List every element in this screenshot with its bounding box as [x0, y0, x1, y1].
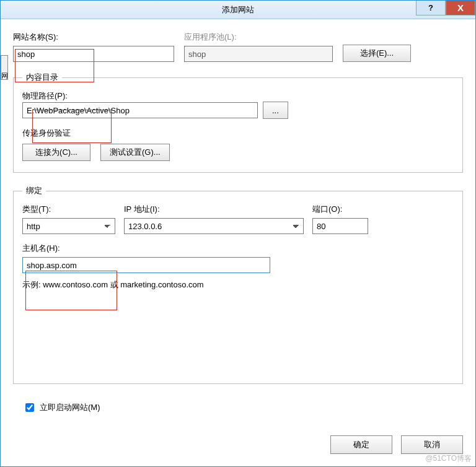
start-checkbox-label: 立即启动网站(M): [40, 402, 100, 413]
window-title: 添加网站: [222, 4, 254, 15]
name-pool-row: 网站名称(S): 应用程序池(L): 选择(E)...: [13, 32, 463, 62]
site-name-input[interactable]: [13, 46, 174, 62]
physical-path-label: 物理路径(P):: [22, 91, 68, 100]
physical-path-input[interactable]: [22, 102, 258, 118]
titlebar: 添加网站 ? X: [1, 1, 475, 19]
port-col: 端口(O):: [312, 204, 368, 234]
connect-as-button[interactable]: 连接为(C)...: [22, 144, 90, 161]
select-pool-button[interactable]: 选择(E)...: [343, 45, 411, 62]
start-checkbox[interactable]: [25, 403, 34, 412]
binding-fieldset: 绑定 类型(T): http IP 地址(I): 123.0.0.6 端口(O)…: [13, 185, 463, 384]
content-dir-legend: 内容目录: [22, 72, 62, 83]
ok-button[interactable]: 确定: [330, 435, 392, 454]
help-button[interactable]: ?: [416, 1, 446, 15]
type-col: 类型(T): http: [22, 204, 115, 234]
dialog-window: 添加网站 ? X 网 网站名称(S): 应用程序池(L): 选择(E)... 内…: [0, 0, 476, 467]
port-label: 端口(O):: [312, 204, 368, 215]
host-row: 主机名(H):: [22, 243, 454, 273]
app-pool-input: [184, 46, 333, 62]
auth-label: 传递身份验证: [22, 128, 454, 139]
cancel-button[interactable]: 取消: [401, 435, 463, 454]
auth-button-row: 连接为(C)... 测试设置(G)...: [22, 144, 454, 161]
close-button[interactable]: X: [446, 1, 475, 15]
app-pool-label: 应用程序池(L):: [184, 32, 333, 43]
select-pool-col: 选择(E)...: [343, 32, 411, 62]
ip-select[interactable]: 123.0.0.6: [124, 218, 304, 234]
browse-button[interactable]: ...: [263, 102, 288, 119]
physical-path-row: ...: [22, 102, 454, 119]
type-select[interactable]: http: [22, 218, 115, 234]
binding-row: 类型(T): http IP 地址(I): 123.0.0.6 端口(O):: [22, 204, 454, 234]
host-label: 主机名(H):: [22, 243, 454, 254]
app-pool-col: 应用程序池(L):: [184, 32, 333, 62]
ip-label: IP 地址(I):: [124, 204, 304, 215]
footer-buttons: 确定 取消: [330, 435, 463, 454]
left-edge-tab: 网: [1, 55, 8, 80]
site-name-col: 网站名称(S):: [13, 32, 174, 62]
ip-col: IP 地址(I): 123.0.0.6: [124, 204, 304, 234]
binding-legend: 绑定: [22, 185, 46, 196]
site-name-label: 网站名称(S):: [13, 32, 174, 43]
start-checkbox-row: 立即启动网站(M): [23, 401, 100, 414]
host-example: 示例: www.contoso.com 或 marketing.contoso.…: [22, 279, 454, 290]
title-buttons: ? X: [416, 1, 475, 18]
test-settings-button[interactable]: 测试设置(G)...: [100, 144, 170, 161]
host-input[interactable]: [22, 257, 270, 273]
port-input[interactable]: [312, 218, 368, 234]
content-dir-fieldset: 内容目录 物理路径(P): ... 传递身份验证 连接为(C)... 测试设置(…: [13, 72, 463, 173]
type-label: 类型(T):: [22, 204, 115, 215]
dialog-content: 网 网站名称(S): 应用程序池(L): 选择(E)... 内容目录 物理路径(…: [1, 19, 475, 466]
